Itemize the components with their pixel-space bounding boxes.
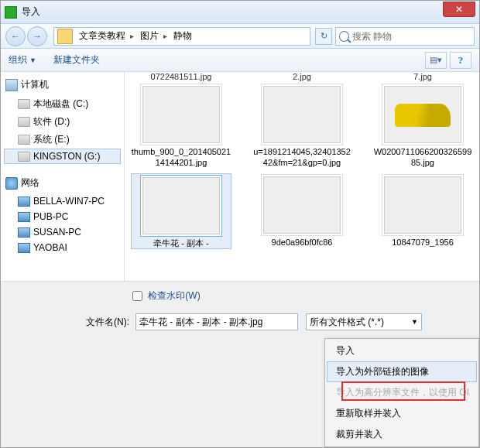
window-title: 导入 [22, 5, 443, 19]
search-icon [339, 31, 349, 42]
menu-item-crop-load[interactable]: 裁剪并装入 [327, 424, 477, 445]
import-dropdown-menu: 导入 导入为外部链接的图像 导入为高分辨率文件，以使用 OI 重新取样并装入 裁… [324, 338, 479, 447]
pc-icon [18, 197, 30, 207]
menu-item-resample-load[interactable]: 重新取样并装入 [327, 403, 477, 424]
menu-item-import[interactable]: 导入 [327, 340, 477, 361]
thumbnail [263, 176, 341, 234]
dialog-body: 计算机 本地磁盘 (C:) 软件 (D:) 系统 (E:) KINGSTON (… [1, 72, 479, 281]
close-button[interactable]: ✕ [443, 2, 475, 17]
file-name-truncated[interactable]: 7.jpg [372, 72, 473, 81]
menu-item-import-external-link[interactable]: 导入为外部链接的图像 [327, 361, 477, 382]
drive-icon [18, 117, 30, 127]
sidebar-item-host[interactable]: SUSAN-PC [4, 224, 121, 240]
filename-label: 文件名(N): [86, 316, 129, 329]
thumbnail [142, 86, 220, 143]
drive-icon [18, 152, 30, 162]
file-item-selected[interactable]: 牵牛花 - 副本 - [131, 173, 231, 249]
check-watermark[interactable]: 检查水印(W) [132, 290, 201, 301]
organize-button[interactable]: 组织▼ [9, 53, 36, 67]
check-watermark-checkbox[interactable] [132, 291, 142, 301]
breadcrumb-item[interactable]: 静物 [170, 29, 200, 43]
new-folder-button[interactable]: 新建文件夹 [53, 53, 100, 67]
computer-icon [5, 79, 18, 91]
view-icon: ▤▾ [430, 55, 442, 65]
sidebar-item-host[interactable]: PUB-PC [4, 209, 121, 224]
help-icon: ? [458, 54, 464, 67]
refresh-icon: ↻ [321, 31, 327, 41]
help-button[interactable]: ? [450, 52, 471, 69]
close-icon: ✕ [455, 4, 463, 15]
address-bar[interactable]: 文章类教程 图片 静物 [53, 27, 310, 46]
pc-icon [18, 212, 30, 222]
file-item[interactable]: 9de0a96bf0fc86 [252, 173, 352, 249]
drive-icon [18, 135, 30, 145]
thumbnail [263, 86, 341, 143]
pc-icon [18, 227, 30, 238]
search-box[interactable] [335, 27, 475, 46]
sidebar-item-host[interactable]: BELLA-WIN7-PC [4, 193, 121, 209]
breadcrumb-item[interactable]: 文章类教程 [76, 29, 137, 43]
file-item[interactable]: thumb_900_0_20140502114144201.jpg [131, 83, 231, 169]
refresh-button[interactable]: ↻ [315, 28, 332, 45]
chevron-down-icon: ▼ [411, 318, 418, 326]
sidebar-item-computer[interactable]: 计算机 [4, 77, 121, 93]
filter-select[interactable]: 所有文件格式 (*.*) ▼ [306, 313, 422, 330]
chevron-down-icon: ▼ [29, 56, 36, 64]
file-open-dialog: 导入 ✕ ← → 文章类教程 图片 静物 ↻ 组织▼ 新建文件夹 ▤▾ ? 计算… [0, 0, 480, 448]
file-item[interactable]: W020071106620032659985.jpg [372, 83, 473, 169]
sidebar-group-network: 网络 BELLA-WIN7-PC PUB-PC SUSAN-PC YAOBAI [4, 175, 121, 255]
file-name: 10847079_1956 [372, 237, 473, 248]
arrow-right-icon: → [33, 31, 42, 42]
app-icon [5, 6, 17, 19]
titlebar: 导入 ✕ [1, 1, 479, 24]
sidebar-item-drive[interactable]: 软件 (D:) [4, 113, 121, 131]
file-name: u=1891214045,3240135242&fm=21&gp=0.jpg [252, 146, 352, 169]
folder-icon [57, 29, 73, 44]
view-options-button[interactable]: ▤▾ [425, 52, 447, 69]
nav-back-button[interactable]: ← [5, 26, 26, 46]
sidebar-group-computer: 计算机 本地磁盘 (C:) 软件 (D:) 系统 (E:) KINGSTON (… [4, 77, 121, 164]
file-grid: 0722481511.jpg 2.jpg 7.jpg thumb_900_0_2… [125, 72, 479, 281]
file-item[interactable]: u=1891214045,3240135242&fm=21&gp=0.jpg [252, 83, 352, 169]
sidebar-item-drive[interactable]: KINGSTON (G:) [4, 149, 121, 164]
sidebar-item-drive[interactable]: 系统 (E:) [4, 131, 121, 149]
file-item[interactable]: 10847079_1956 [372, 173, 473, 249]
thumbnail [384, 176, 461, 234]
sidebar-item-network[interactable]: 网络 [4, 175, 121, 191]
navbar: ← → 文章类教程 图片 静物 ↻ [1, 24, 479, 49]
sidebar-item-drive[interactable]: 本地磁盘 (C:) [4, 95, 121, 113]
file-name: 9de0a96bf0fc86 [252, 237, 352, 248]
thumbnail [384, 86, 461, 143]
filename-row: 文件名(N): 所有文件格式 (*.*) ▼ [9, 313, 471, 330]
file-name: W020071106620032659985.jpg [372, 146, 473, 169]
thumbnail [142, 177, 220, 234]
filename-input[interactable] [135, 313, 298, 330]
drive-icon [18, 99, 30, 109]
file-name: 牵牛花 - 副本 - [132, 238, 231, 248]
toolbar: 组织▼ 新建文件夹 ▤▾ ? [1, 49, 479, 72]
watermark-row: 检查水印(W) [9, 288, 471, 303]
nav-forward-button[interactable]: → [27, 26, 47, 46]
sidebar: 计算机 本地磁盘 (C:) 软件 (D:) 系统 (E:) KINGSTON (… [1, 72, 125, 281]
breadcrumb-item[interactable]: 图片 [137, 29, 170, 43]
search-input[interactable] [352, 31, 471, 42]
network-icon [5, 177, 18, 190]
file-name-truncated[interactable]: 0722481511.jpg [131, 72, 231, 81]
file-name: thumb_900_0_20140502114144201.jpg [131, 146, 231, 169]
menu-item-import-highres: 导入为高分辨率文件，以使用 OI [327, 382, 477, 403]
pc-icon [18, 243, 30, 253]
arrow-left-icon: ← [11, 31, 20, 42]
sidebar-item-host[interactable]: YAOBAI [4, 240, 121, 255]
filter-label: 所有文件格式 (*.*) [310, 316, 384, 329]
file-name-truncated[interactable]: 2.jpg [252, 72, 352, 81]
